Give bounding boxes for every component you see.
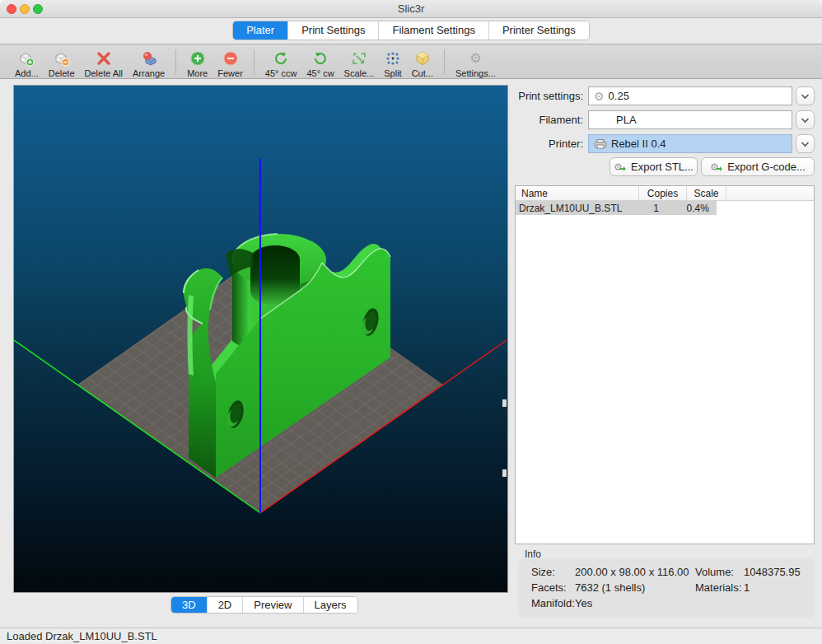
column-header-copies[interactable]: Copies xyxy=(639,186,687,200)
arrange-button[interactable]: Arrange xyxy=(128,45,170,78)
arrange-icon xyxy=(140,50,158,68)
scale-button[interactable]: Scale... xyxy=(339,45,380,78)
materials-value: 1 xyxy=(744,581,750,594)
toolbar-separator xyxy=(444,49,445,74)
status-text: Loaded Drzak_LM10UU_B.STL xyxy=(7,630,157,642)
chevron-down-icon xyxy=(801,117,810,124)
object-scale: 0.4% xyxy=(679,203,717,214)
printer-dropdown-button[interactable] xyxy=(796,134,815,153)
toolbar-item-label: Arrange xyxy=(133,68,165,78)
svg-text:⚙: ⚙ xyxy=(614,161,623,173)
filament-label: Filament: xyxy=(493,114,583,126)
viewport-canvas xyxy=(14,86,507,592)
tab-print-settings[interactable]: Print Settings xyxy=(288,21,379,40)
toolbar-item-label: Split xyxy=(384,68,401,78)
toolbar-separator xyxy=(175,49,176,74)
export-stl-button[interactable]: ⚙ Export STL... xyxy=(609,157,698,176)
svg-text:⚙: ⚙ xyxy=(710,161,719,173)
toolbar-item-label: Fewer xyxy=(217,68,243,78)
viewport-3d[interactable] xyxy=(13,85,508,593)
viewport-edge-marker xyxy=(502,399,507,407)
delete-button[interactable]: Delete xyxy=(44,45,80,78)
tab-filament-settings[interactable]: Filament Settings xyxy=(379,21,488,40)
view-tab-3d[interactable]: 3D xyxy=(171,597,208,613)
facets-label: Facets: xyxy=(531,581,567,594)
table-row[interactable]: Drzak_LM10UU_B.STL 1 0.4% xyxy=(516,201,717,215)
export-gear-icon: ⚙ xyxy=(710,161,723,173)
settings-button[interactable]: ⚙ Settings... xyxy=(451,45,501,78)
column-header-scale[interactable]: Scale xyxy=(687,186,726,200)
volume-label: Volume: xyxy=(695,566,734,578)
chevron-down-icon xyxy=(801,141,810,147)
split-button[interactable]: Split xyxy=(379,45,406,78)
view-tab-preview[interactable]: Preview xyxy=(243,597,303,613)
export-gear-icon: ⚙ xyxy=(614,161,627,173)
cut-icon xyxy=(414,50,431,68)
split-icon xyxy=(385,50,401,68)
more-button[interactable]: More xyxy=(182,45,213,78)
viewport-edge-marker xyxy=(502,469,507,477)
view-tab-layers[interactable]: Layers xyxy=(304,597,357,613)
rotate-cw-button[interactable]: 45° cw xyxy=(301,45,339,78)
window-title: Slic3r xyxy=(0,2,822,15)
title-bar: Slic3r xyxy=(0,0,822,18)
rotate-ccw-button[interactable]: 45° ccw xyxy=(260,45,302,78)
tab-plater[interactable]: Plater xyxy=(233,21,288,40)
info-panel: Size: 200.00 x 98.00 x 116.00 Volume: 10… xyxy=(518,558,815,618)
facets-value: 7632 (1 shells) xyxy=(575,581,645,594)
toolbar-item-label: Delete All xyxy=(85,68,123,78)
fewer-button[interactable]: Fewer xyxy=(213,45,248,78)
filament-combobox[interactable]: PLA xyxy=(588,110,792,129)
print-settings-dropdown-button[interactable] xyxy=(796,86,815,105)
volume-value: 1048375.95 xyxy=(744,566,801,578)
main-tab-bar: Plater Print Settings Filament Settings … xyxy=(0,21,822,42)
cut-button[interactable]: Cut... xyxy=(407,45,438,78)
view-tab-2d[interactable]: 2D xyxy=(208,597,244,613)
print-settings-value: 0.25 xyxy=(609,90,629,102)
printer-combobox[interactable]: Rebel II 0.4 xyxy=(588,134,792,153)
delete-box-icon xyxy=(53,50,71,68)
add-button[interactable]: Add... xyxy=(10,45,44,78)
column-header-empty xyxy=(726,186,814,200)
size-value: 200.00 x 98.00 x 116.00 xyxy=(575,566,689,578)
manifold-value: Yes xyxy=(575,597,592,609)
object-name: Drzak_LM10UU_B.STL xyxy=(516,203,633,214)
printer-label: Printer: xyxy=(493,138,583,150)
print-settings-label: Print settings: xyxy=(493,90,583,102)
filament-dropdown-button[interactable] xyxy=(796,110,815,129)
printer-icon xyxy=(594,139,607,149)
printer-value: Rebel II 0.4 xyxy=(611,138,666,150)
scale-icon xyxy=(351,50,367,68)
toolbar-item-label: Settings... xyxy=(455,68,496,78)
export-stl-label: Export STL... xyxy=(631,161,694,173)
status-bar: Loaded Drzak_LM10UU_B.STL xyxy=(0,628,822,644)
settings-gear-icon: ⚙ xyxy=(469,50,481,68)
toolbar-separator xyxy=(254,49,255,74)
object-copies: 1 xyxy=(633,203,679,214)
toolbar: Add... Delete Delete All Arrange More xyxy=(0,44,822,79)
gear-icon: ⚙ xyxy=(594,90,605,103)
toolbar-item-label: Add... xyxy=(15,68,39,78)
materials-label: Materials: xyxy=(695,581,741,594)
toolbar-item-label: 45° ccw xyxy=(265,68,297,78)
toolbar-item-label: Scale... xyxy=(344,68,375,78)
object-list[interactable]: Name Copies Scale Drzak_LM10UU_B.STL 1 0… xyxy=(515,185,815,544)
manifold-label: Manifold: xyxy=(531,597,575,609)
tab-printer-settings[interactable]: Printer Settings xyxy=(489,21,589,40)
add-box-icon xyxy=(17,50,35,68)
more-icon xyxy=(189,50,206,68)
toolbar-item-label: 45° cw xyxy=(306,68,334,78)
app-window: Slic3r Plater Print Settings Filament Se… xyxy=(0,0,822,644)
main-tabs-group: Plater Print Settings Filament Settings … xyxy=(232,21,590,40)
delete-all-icon xyxy=(96,50,112,68)
toolbar-item-label: More xyxy=(187,68,208,78)
object-list-header: Name Copies Scale xyxy=(516,186,814,201)
rotate-cw-icon xyxy=(312,50,329,68)
chevron-down-icon xyxy=(801,93,810,100)
size-label: Size: xyxy=(531,566,555,578)
delete-all-button[interactable]: Delete All xyxy=(80,45,128,78)
fewer-icon xyxy=(222,50,239,68)
print-settings-combobox[interactable]: ⚙ 0.25 xyxy=(588,86,792,105)
column-header-name[interactable]: Name xyxy=(516,186,639,200)
export-gcode-button[interactable]: ⚙ Export G-code... xyxy=(701,157,815,176)
